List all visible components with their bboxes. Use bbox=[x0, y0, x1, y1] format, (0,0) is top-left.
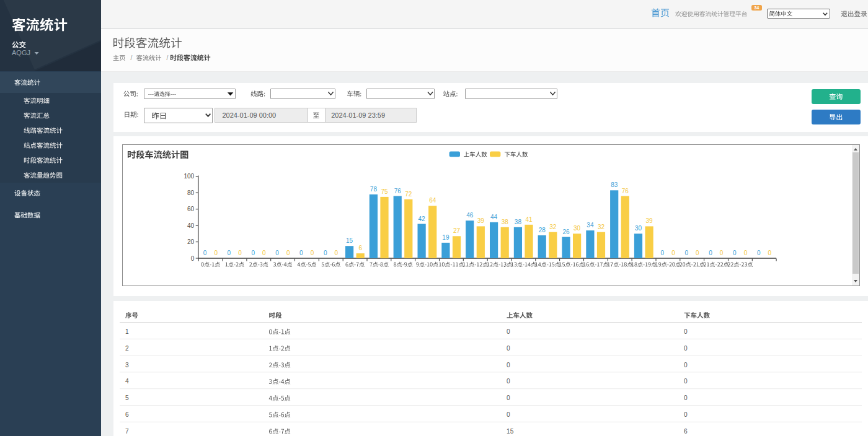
svg-text:27: 27 bbox=[453, 227, 461, 234]
svg-text:2024-01-09 00:00: 2024-01-09 00:00 bbox=[222, 111, 276, 119]
svg-text:0: 0 bbox=[733, 250, 737, 256]
svg-text:0: 0 bbox=[744, 250, 748, 256]
svg-text:7: 7 bbox=[125, 428, 129, 435]
svg-text:0: 0 bbox=[324, 250, 327, 256]
svg-text:6: 6 bbox=[358, 245, 362, 251]
svg-text:42: 42 bbox=[418, 216, 426, 222]
svg-text:0: 0 bbox=[507, 378, 510, 385]
svg-text:19: 19 bbox=[442, 234, 450, 241]
svg-text:40: 40 bbox=[187, 222, 195, 229]
svg-text:0: 0 bbox=[507, 345, 510, 352]
svg-text:0: 0 bbox=[684, 395, 688, 401]
svg-text:0: 0 bbox=[214, 250, 218, 256]
svg-text:78: 78 bbox=[370, 186, 378, 193]
svg-text:34: 34 bbox=[587, 222, 594, 229]
svg-text:0: 0 bbox=[262, 250, 266, 256]
svg-text:0: 0 bbox=[720, 250, 724, 256]
svg-text:0: 0 bbox=[768, 250, 772, 256]
svg-text:0: 0 bbox=[203, 250, 207, 256]
svg-text:76: 76 bbox=[622, 188, 629, 194]
svg-text:0: 0 bbox=[684, 328, 688, 335]
svg-text:0: 0 bbox=[671, 250, 675, 256]
svg-text:0: 0 bbox=[684, 345, 688, 352]
svg-text:2024-01-09 23:59: 2024-01-09 23:59 bbox=[331, 111, 385, 119]
svg-text:20: 20 bbox=[187, 238, 195, 245]
svg-text:100: 100 bbox=[184, 173, 195, 180]
svg-text:0: 0 bbox=[684, 362, 688, 368]
svg-text:26: 26 bbox=[562, 229, 570, 235]
svg-text:32: 32 bbox=[549, 224, 557, 230]
svg-text:0: 0 bbox=[757, 250, 761, 256]
svg-text:0: 0 bbox=[238, 250, 242, 256]
svg-text:15: 15 bbox=[507, 428, 514, 435]
svg-text:39: 39 bbox=[646, 217, 653, 224]
svg-text:44: 44 bbox=[490, 214, 498, 220]
svg-text:0: 0 bbox=[709, 250, 712, 256]
svg-text:0: 0 bbox=[696, 250, 699, 256]
svg-text:0: 0 bbox=[661, 250, 665, 256]
svg-text:1: 1 bbox=[125, 328, 129, 335]
svg-text:15: 15 bbox=[346, 237, 353, 244]
svg-text:83: 83 bbox=[611, 181, 618, 188]
svg-text:0: 0 bbox=[191, 255, 195, 262]
svg-text:0: 0 bbox=[684, 378, 688, 385]
svg-text:39: 39 bbox=[477, 217, 485, 224]
svg-text:0: 0 bbox=[507, 411, 510, 418]
svg-text:AQGJ: AQGJ bbox=[12, 49, 30, 56]
svg-text:/: / bbox=[167, 54, 169, 61]
svg-text:60: 60 bbox=[187, 206, 195, 212]
svg-text:0: 0 bbox=[507, 362, 510, 368]
svg-text:46: 46 bbox=[466, 212, 474, 219]
svg-text:2: 2 bbox=[125, 345, 129, 352]
svg-text:0: 0 bbox=[684, 250, 688, 256]
svg-text:34: 34 bbox=[754, 5, 759, 11]
svg-text:3: 3 bbox=[125, 362, 129, 368]
svg-text:41: 41 bbox=[525, 216, 533, 223]
svg-text:32: 32 bbox=[598, 224, 605, 230]
svg-text:5: 5 bbox=[125, 395, 129, 401]
svg-text:28: 28 bbox=[539, 227, 546, 233]
svg-text:64: 64 bbox=[429, 197, 436, 204]
svg-text:4: 4 bbox=[125, 378, 129, 385]
svg-text:6: 6 bbox=[125, 411, 129, 418]
svg-text:72: 72 bbox=[405, 191, 412, 198]
svg-text:0: 0 bbox=[286, 250, 290, 256]
svg-text:30: 30 bbox=[574, 225, 581, 232]
svg-text:38: 38 bbox=[515, 219, 522, 225]
svg-text:0: 0 bbox=[299, 250, 303, 256]
svg-text:0: 0 bbox=[507, 328, 510, 335]
svg-text:/: / bbox=[131, 54, 133, 61]
svg-text:76: 76 bbox=[394, 188, 402, 194]
svg-text:0: 0 bbox=[275, 250, 279, 256]
svg-text:0: 0 bbox=[311, 250, 314, 256]
svg-text:0: 0 bbox=[228, 250, 231, 256]
svg-text:0: 0 bbox=[684, 411, 688, 418]
svg-text:0: 0 bbox=[252, 250, 255, 256]
svg-text:0: 0 bbox=[335, 250, 339, 256]
svg-text:30: 30 bbox=[635, 225, 642, 232]
svg-text:80: 80 bbox=[187, 190, 195, 196]
svg-text:38: 38 bbox=[502, 219, 509, 225]
svg-text:75: 75 bbox=[381, 188, 388, 195]
svg-text:0: 0 bbox=[507, 395, 510, 401]
svg-text:6: 6 bbox=[684, 428, 688, 435]
